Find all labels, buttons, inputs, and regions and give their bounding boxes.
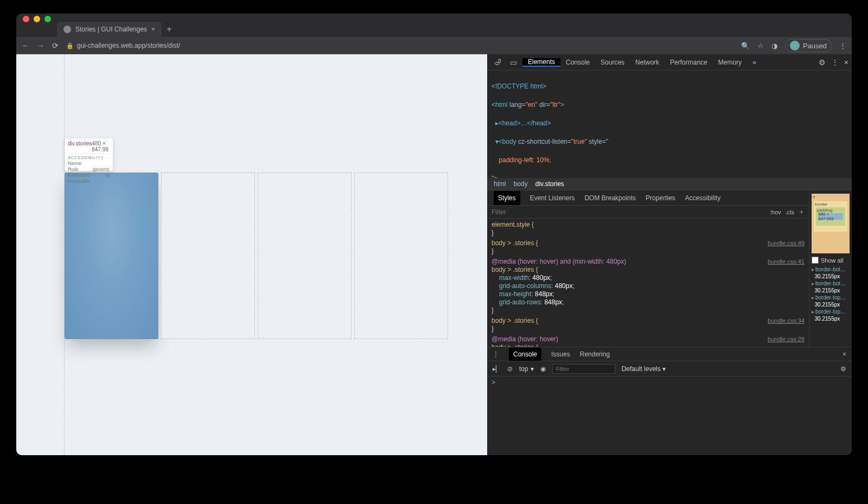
box-content: 480 × 847.992 — [818, 213, 843, 220]
profile-pill[interactable]: Paused — [785, 39, 832, 52]
settings-gear-icon[interactable]: ⚙ — [819, 58, 826, 67]
crumb-body[interactable]: body — [514, 180, 528, 188]
box-model[interactable]: n border padding 480 × 847.992 — [812, 194, 850, 253]
devtools-toolbar: ⮰ ▭ Elements Console Sources Network Per… — [487, 54, 852, 71]
css-rules[interactable]: element.style {} bundle.css:49body > .st… — [487, 219, 809, 347]
css-prop: grid-auto-columns — [499, 282, 551, 290]
cls-toggle[interactable]: .cls — [786, 209, 795, 215]
console-tab-issues[interactable]: Issues — [551, 350, 570, 358]
new-rule-button[interactable]: ＋ — [799, 208, 805, 216]
crumb-div-stories[interactable]: div.stories — [535, 180, 564, 188]
crumb-html[interactable]: html — [494, 180, 506, 188]
reload-button[interactable]: ⟳ — [52, 41, 59, 50]
css-prop: max-width — [499, 274, 529, 282]
tooltip-kf-key: Keyboard-focusable — [68, 172, 105, 184]
close-window-icon[interactable] — [23, 16, 29, 22]
device-toolbar-icon[interactable]: ▭ — [507, 56, 520, 69]
hov-toggle[interactable]: :hov — [770, 209, 781, 215]
dom-tree[interactable]: <!DOCTYPE html> <html lang="en" dir="ltr… — [487, 71, 852, 178]
console-filter-input[interactable] — [552, 364, 615, 374]
story-card-1[interactable] — [65, 173, 158, 339]
browser-tab[interactable]: Stories | GUI Challenges × — [57, 22, 162, 37]
story-card-4[interactable] — [354, 173, 448, 339]
css-val: 480px — [555, 282, 573, 290]
computed-val: 30.2155px — [815, 273, 840, 279]
devtools-close-icon[interactable]: × — [844, 58, 848, 67]
styles-tab-dombp[interactable]: DOM Breakpoints — [584, 194, 636, 202]
tab-strip: Stories | GUI Challenges × + — [16, 22, 852, 37]
console-tab-rendering[interactable]: Rendering — [580, 350, 610, 358]
inspect-element-icon[interactable]: ⮰ — [490, 56, 505, 69]
console-drawer: ⋮ Console Issues Rendering × ▸▏ ⊘ top ▾ … — [487, 347, 852, 455]
address-field[interactable]: 🔒 gui-challenges.web.app/stories/dist/ — [66, 42, 733, 49]
maximize-window-icon[interactable] — [44, 16, 51, 22]
tab-performance[interactable]: Performance — [665, 58, 713, 67]
context-selector[interactable]: top ▾ — [519, 365, 534, 373]
tab-memory[interactable]: Memory — [713, 58, 747, 67]
tab-network[interactable]: Network — [630, 58, 665, 67]
tooltip-role-key: Role — [68, 166, 79, 172]
styles-left: Styles Event Listeners DOM Breakpoints P… — [487, 190, 809, 347]
forward-button[interactable]: → — [37, 41, 44, 50]
tabs-overflow[interactable]: » — [747, 58, 762, 67]
console-close-icon[interactable]: × — [843, 350, 846, 358]
devtools-kebab-icon[interactable]: ⋮ — [831, 58, 839, 67]
styles-tab-props[interactable]: Properties — [646, 194, 675, 202]
console-body[interactable]: > — [487, 377, 852, 455]
new-tab-button[interactable]: + — [162, 22, 177, 37]
dom-line: <html — [492, 101, 509, 109]
rule-source[interactable]: bundle.css:29 — [768, 335, 805, 343]
tab-elements[interactable]: Elements — [522, 58, 560, 67]
clear-console-icon[interactable]: ⊘ — [507, 365, 513, 373]
log-levels-selector[interactable]: Default levels ▾ — [622, 365, 666, 373]
styles-tab-a11y[interactable]: Accessibility — [685, 194, 720, 202]
tab-sources[interactable]: Sources — [595, 58, 630, 67]
computed-val: 30.2155px — [815, 302, 840, 308]
computed-val: 30.2155px — [815, 288, 840, 294]
computed-val: 30.2155px — [815, 316, 840, 322]
rule-media: @media (hover: hover) and (min-width: 48… — [492, 258, 626, 265]
css-val: 848px — [544, 298, 562, 306]
console-tabs: ⋮ Console Issues Rendering × — [487, 347, 852, 361]
show-all-toggle[interactable]: Show all — [812, 257, 850, 264]
url-bar: ← → ⟳ 🔒 gui-challenges.web.app/stories/d… — [16, 37, 852, 54]
console-settings-icon[interactable]: ⚙ — [840, 365, 846, 373]
box-border-label: border — [815, 202, 827, 207]
dom-line: > — [560, 101, 564, 109]
avatar-icon — [790, 41, 800, 50]
css-val: 480px — [532, 274, 550, 282]
main-split: div.stories 480 × 847.99 ACCESSIBILITY N… — [16, 54, 852, 455]
close-tab-icon[interactable]: × — [151, 25, 155, 33]
back-button[interactable]: ← — [22, 41, 29, 50]
console-filter-row: ▸▏ ⊘ top ▾ ◉ Default levels ▾ ⚙ — [487, 361, 852, 377]
styles-filter-input[interactable] — [492, 208, 765, 216]
console-sidebar-icon[interactable]: ▸▏ — [493, 365, 501, 373]
star-icon[interactable]: ☆ — [757, 42, 764, 50]
search-icon[interactable]: 🔍 — [741, 42, 750, 50]
styles-tab-listeners[interactable]: Event Listeners — [530, 194, 575, 202]
extension-icon[interactable]: ◑ — [771, 42, 777, 50]
rule-source[interactable]: bundle.css:41 — [768, 258, 805, 266]
page-content: div.stories 480 × 847.99 ACCESSIBILITY N… — [64, 54, 487, 455]
rule-source[interactable]: bundle.css:49 — [768, 239, 805, 247]
stories-grid — [65, 173, 448, 339]
window-titlebar — [16, 14, 852, 22]
console-tab-console[interactable]: Console — [509, 348, 541, 361]
show-all-checkbox[interactable] — [812, 257, 819, 264]
kebab-menu-icon[interactable]: ⋮ — [839, 42, 846, 50]
story-card-2[interactable] — [161, 173, 255, 339]
rule-source[interactable]: bundle.css:34 — [768, 317, 805, 325]
console-prompt: > — [492, 379, 495, 386]
story-card-3[interactable] — [258, 173, 352, 339]
styles-tab-styles[interactable]: Styles — [494, 191, 520, 205]
console-kebab-icon[interactable]: ⋮ — [493, 350, 499, 358]
minimize-window-icon[interactable] — [34, 16, 40, 22]
tooltip-name-key: Name — [68, 160, 81, 166]
levels-label: Default levels — [622, 365, 661, 373]
rule-selector: element.style { — [492, 221, 534, 228]
dom-breadcrumbs: html body div.stories — [487, 178, 852, 190]
eye-icon[interactable]: ◉ — [540, 365, 546, 373]
tooltip-dimensions: 480 × 847.99 — [92, 141, 110, 152]
styles-pane: Styles Event Listeners DOM Breakpoints P… — [487, 190, 852, 347]
tab-console[interactable]: Console — [560, 58, 595, 67]
